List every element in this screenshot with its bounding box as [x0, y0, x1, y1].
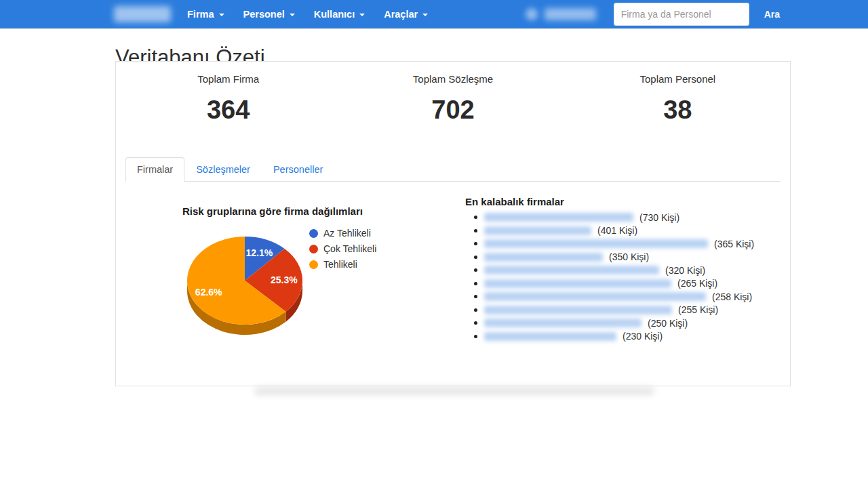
brand-logo-blurred[interactable] [114, 6, 171, 22]
company-list-item: (730 Kişi) [484, 213, 754, 222]
company-count: (350 Kişi) [609, 251, 649, 262]
tab-personeller[interactable]: Personeller [262, 157, 334, 182]
menu-item-label: Araçlar [384, 9, 418, 20]
menu-item-personel[interactable]: Personel [234, 1, 304, 27]
stat-value: 364 [116, 96, 340, 125]
legend-item-tehlikeli: Tehlikeli [309, 259, 376, 270]
svg-text:12.1%: 12.1% [246, 247, 273, 258]
company-list-item: (320 Kişi) [484, 266, 754, 274]
company-name-link-blurred[interactable] [484, 213, 633, 222]
stat-label: Toplam Personel [566, 73, 790, 85]
company-count: (365 Kişi) [714, 239, 754, 249]
chevron-down-icon [422, 14, 428, 16]
crowded-companies-title: En kalabalık firmalar [465, 196, 754, 207]
navbar-search-form: Ara [614, 3, 784, 26]
company-name-link-blurred[interactable] [484, 226, 591, 235]
company-count: (230 Kişi) [623, 331, 663, 342]
company-count: (320 Kişi) [665, 265, 705, 276]
tab-bar: FirmalarSözleşmelerPersoneller [125, 157, 781, 182]
stat-toplam-firma: Toplam Firma364 [116, 73, 340, 125]
chevron-down-icon [359, 14, 365, 16]
company-list: (730 Kişi)(401 Kişi)(365 Kişi)(350 Kişi)… [465, 213, 754, 341]
user-name-blurred [545, 8, 596, 20]
company-name-link-blurred[interactable] [484, 266, 659, 274]
main-menu: FirmaPersonelKullanıcıAraçlar [178, 1, 437, 27]
company-count: (250 Kişi) [648, 318, 688, 329]
chart-title: Risk gruplarına göre firma dağılımları [182, 205, 363, 217]
legend-label: Çok Tehlikeli [323, 243, 376, 254]
company-list-item: (258 Kişi) [484, 292, 754, 301]
company-count: (255 Kişi) [678, 304, 718, 315]
stat-value: 38 [566, 96, 790, 125]
navbar-right: Ara [526, 3, 784, 26]
legend-item-cok-tehlikeli: Çok Tehlikeli [309, 243, 376, 254]
stats-row: Toplam Firma364Toplam Sözleşme702Toplam … [116, 73, 790, 125]
legend-swatch [309, 229, 318, 238]
company-name-link-blurred[interactable] [484, 306, 672, 314]
stat-label: Toplam Sözleşme [340, 73, 565, 85]
legend-label: Az Tehlikeli [323, 228, 371, 239]
risk-pie-chart: 12.1%25.3%62.6% [184, 235, 319, 343]
company-name-link-blurred[interactable] [484, 292, 706, 301]
tab-sozlesmeler[interactable]: Sözleşmeler [184, 157, 262, 182]
company-count: (265 Kişi) [677, 278, 717, 289]
company-list-item: (365 Kişi) [484, 239, 754, 248]
legend-swatch [309, 260, 318, 269]
company-count: (401 Kişi) [597, 225, 637, 236]
company-list-item: (350 Kişi) [484, 253, 754, 262]
company-list-item: (401 Kişi) [484, 226, 754, 235]
chevron-down-icon [219, 14, 224, 16]
company-list-item: (230 Kişi) [484, 332, 754, 341]
user-icon [526, 8, 538, 20]
menu-item-label: Firma [187, 9, 214, 20]
company-name-link-blurred[interactable] [484, 239, 708, 248]
stat-label: Toplam Firma [116, 73, 340, 85]
menu-item-araclar[interactable]: Araçlar [374, 1, 437, 27]
tab-firmalar[interactable]: Firmalar [125, 157, 184, 182]
stat-toplam-sozlesme: Toplam Sözleşme702 [340, 73, 565, 125]
summary-panel: Toplam Firma364Toplam Sözleşme702Toplam … [115, 61, 791, 386]
company-name-link-blurred[interactable] [484, 279, 671, 288]
legend-item-az-tehlikeli: Az Tehlikeli [309, 228, 376, 239]
menu-item-kullanici[interactable]: Kullanıcı [304, 1, 374, 27]
menu-item-label: Personel [243, 9, 285, 20]
company-count: (258 Kişi) [712, 291, 752, 302]
company-list-item: (255 Kişi) [484, 306, 754, 314]
menu-item-label: Kullanıcı [314, 9, 355, 20]
company-list-item: (250 Kişi) [484, 319, 754, 327]
chevron-down-icon [290, 14, 295, 16]
company-name-link-blurred[interactable] [484, 319, 642, 327]
navbar: FirmaPersonelKullanıcıAraçlar Ara [0, 0, 868, 28]
legend-label: Tehlikeli [323, 259, 357, 270]
chart-legend: Az TehlikeliÇok TehlikeliTehlikeli [309, 228, 376, 274]
menu-item-firma[interactable]: Firma [178, 1, 234, 27]
stat-toplam-personel: Toplam Personel38 [566, 73, 790, 125]
company-name-link-blurred[interactable] [484, 332, 616, 341]
user-menu-blurred[interactable] [526, 5, 596, 23]
crowded-companies-block: En kalabalık firmalar (730 Kişi)(401 Kiş… [465, 196, 754, 345]
svg-text:62.6%: 62.6% [195, 287, 222, 298]
legend-swatch [309, 245, 318, 253]
company-count: (730 Kişi) [639, 212, 679, 223]
search-input[interactable] [614, 3, 749, 26]
company-list-item: (265 Kişi) [484, 279, 754, 288]
stat-value: 702 [340, 96, 565, 125]
footer-text-blurred [254, 387, 654, 395]
search-button[interactable]: Ara [760, 3, 784, 25]
company-name-link-blurred[interactable] [484, 253, 603, 262]
svg-text:25.3%: 25.3% [271, 274, 298, 285]
